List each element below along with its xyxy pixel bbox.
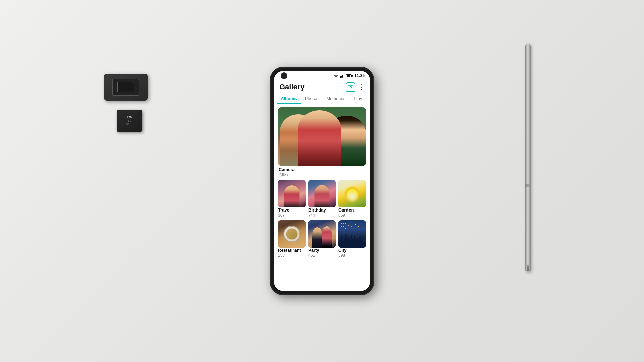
- album-count-city: 398: [338, 253, 366, 258]
- sim-tray-slot: [117, 82, 134, 92]
- battery-icon: [346, 74, 353, 77]
- svg-point-2: [350, 87, 352, 88]
- stylus-band: [525, 184, 531, 187]
- sd-card-capacity-label: 1 TB: [127, 116, 132, 119]
- album-item-garden[interactable]: Garden 859: [338, 180, 366, 218]
- album-thumb-city: [338, 220, 366, 248]
- featured-album-thumbnail: [278, 107, 366, 166]
- album-item-party[interactable]: Party 461: [308, 220, 336, 258]
- album-item-birthday[interactable]: Birthday 744: [308, 180, 336, 218]
- album-item-restaurant[interactable]: Restaurant 158: [278, 220, 306, 258]
- album-name-travel: Travel: [278, 207, 306, 213]
- wifi-icon: [334, 74, 338, 78]
- camera-album-name: Camera: [279, 167, 365, 172]
- svg-rect-1: [348, 86, 353, 89]
- status-bar: 11:35: [274, 71, 370, 80]
- album-name-party: Party: [308, 248, 336, 253]
- sd-card: 1 TB microSD: [117, 110, 142, 132]
- svg-point-0: [336, 77, 336, 77]
- album-thumb-restaurant: [278, 220, 306, 248]
- tab-memories[interactable]: Memories: [322, 93, 350, 104]
- album-count-birthday: 744: [308, 213, 336, 218]
- album-name-garden: Garden: [338, 207, 366, 213]
- album-thumb-travel: [278, 180, 306, 207]
- tab-bar: Albums Photos Memories Play: [274, 93, 370, 104]
- app-title: Gallery: [279, 83, 305, 92]
- album-thumb-party: [308, 220, 336, 248]
- tab-photos[interactable]: Photos: [301, 93, 322, 104]
- camera-album-count: 2,987: [279, 172, 365, 177]
- signal-icon: [340, 74, 344, 78]
- front-camera-dot: [281, 72, 287, 79]
- city-buildings: [338, 231, 366, 248]
- camera-album-info: Camera 2,987: [278, 166, 366, 178]
- sim-tray: [104, 74, 148, 101]
- app-header: Gallery ⋮: [274, 80, 370, 93]
- tab-albums[interactable]: Albums: [277, 93, 301, 104]
- album-thumb-birthday: [308, 180, 336, 207]
- stylus-pen: [525, 44, 531, 272]
- scene: 1 TB microSD: [0, 0, 644, 362]
- album-item-city[interactable]: City 398: [338, 220, 366, 258]
- city-silhouette: [338, 220, 366, 248]
- camera-button[interactable]: [346, 82, 355, 92]
- sd-card-logo: microSD: [126, 120, 133, 126]
- album-count-travel: 367: [278, 213, 306, 218]
- album-thumb-garden: [338, 180, 366, 207]
- sim-tray-inner: [112, 79, 139, 96]
- album-count-restaurant: 158: [278, 253, 306, 258]
- camera-icon: [348, 85, 353, 89]
- album-name-restaurant: Restaurant: [278, 248, 306, 253]
- album-name-birthday: Birthday: [308, 207, 336, 213]
- album-count-garden: 859: [338, 213, 366, 218]
- album-name-city: City: [338, 248, 366, 253]
- more-options-button[interactable]: ⋮: [359, 83, 365, 91]
- header-icons: ⋮: [346, 82, 365, 92]
- status-bar-right: 11:35: [334, 73, 365, 78]
- featured-album-camera[interactable]: Camera 2,987: [278, 107, 366, 178]
- people-scene: [278, 107, 366, 166]
- album-item-travel[interactable]: Travel 367: [278, 180, 306, 218]
- tab-play[interactable]: Play: [350, 93, 366, 104]
- phone-screen: 11:35 Gallery ⋮: [274, 71, 370, 291]
- stylus-tip: [527, 265, 529, 272]
- album-count-party: 461: [308, 253, 336, 258]
- gallery-content[interactable]: Camera 2,987 Travel: [274, 104, 370, 291]
- phone-body: 11:35 Gallery ⋮: [270, 67, 374, 295]
- time-display: 11:35: [354, 73, 365, 78]
- album-grid: Travel 367 Birthday 744: [278, 180, 366, 258]
